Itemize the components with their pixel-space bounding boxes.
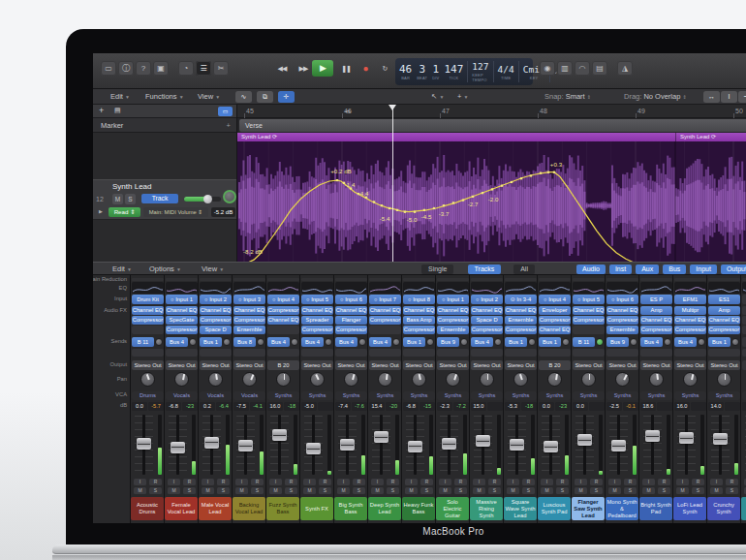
mute-button[interactable]: M xyxy=(473,487,485,494)
midi-transform-icon[interactable]: ✛ xyxy=(278,91,295,103)
send-knob[interactable] xyxy=(257,338,264,346)
drag-menu[interactable]: Drag: No Overlap ⇕ xyxy=(624,92,687,102)
solo-button[interactable]: S xyxy=(488,487,501,494)
volume-db-value[interactable]: 0.0 xyxy=(539,402,554,411)
audio-fx-slot[interactable]: Compressor xyxy=(200,316,232,325)
send-slot-empty[interactable] xyxy=(437,349,469,357)
forward-button[interactable]: ▶▶ xyxy=(295,60,312,77)
output-slot[interactable]: Stereo Out xyxy=(708,360,740,370)
playhead-handle[interactable] xyxy=(389,105,396,110)
mixer-strip[interactable]: ⊙ In 3-4Channel EQEnsembleCompressorBus … xyxy=(504,275,538,523)
volume-fader[interactable] xyxy=(639,413,673,477)
automation-point[interactable] xyxy=(553,171,555,173)
input-monitor-button[interactable]: I xyxy=(371,479,384,485)
input-slot[interactable]: ○ Input 3 xyxy=(233,295,265,304)
send-knob[interactable] xyxy=(325,338,332,346)
send-knob[interactable] xyxy=(596,338,604,346)
split-scissors-icon[interactable]: ✂ xyxy=(213,61,229,76)
record-enable-button[interactable]: R xyxy=(590,479,603,485)
pan-knob[interactable] xyxy=(581,372,596,387)
vca-group[interactable]: Synths xyxy=(640,391,672,400)
volume-fader[interactable] xyxy=(199,413,233,477)
audio-fx-slot[interactable]: Channel EQ xyxy=(437,306,469,315)
volume-fader[interactable] xyxy=(504,413,538,477)
volume-db-value[interactable]: 15.4 xyxy=(369,402,385,411)
eq-thumbnail[interactable] xyxy=(233,282,265,294)
pan-knob[interactable] xyxy=(378,372,392,387)
audio-fx-slot[interactable]: Channel EQ xyxy=(301,306,333,315)
vca-group[interactable]: Synths xyxy=(437,391,469,400)
input-monitor-button[interactable]: I xyxy=(439,479,451,485)
audio-fx-slot[interactable]: Space D xyxy=(471,316,503,325)
pan-knob[interactable] xyxy=(276,372,291,387)
mixer-strip[interactable]: ○ Input 6Channel EQFlangerCompressorBus … xyxy=(334,275,368,523)
audio-fx-slot[interactable]: Channel EQ xyxy=(200,306,232,315)
audio-fx-slot[interactable]: Compressor xyxy=(539,316,571,325)
output-slot[interactable]: Stereo Out xyxy=(674,360,706,370)
input-slot[interactable]: ○ Input 1 xyxy=(437,295,469,304)
solo-button[interactable]: S xyxy=(692,487,704,494)
eq-thumbnail[interactable] xyxy=(200,282,232,294)
solo-button[interactable]: S xyxy=(285,487,297,494)
volume-fader[interactable] xyxy=(606,413,639,477)
input-monitor-button[interactable]: I xyxy=(134,479,146,485)
vca-group[interactable]: Synths xyxy=(505,391,537,400)
fader-cap[interactable] xyxy=(476,435,490,447)
audio-fx-slot[interactable]: Channel EQ xyxy=(403,306,435,315)
eq-thumbnail[interactable] xyxy=(674,282,706,294)
output-slot[interactable]: Stereo Out xyxy=(301,360,333,370)
audio-fx-slot[interactable]: Channel EQ xyxy=(267,316,299,325)
automation-point[interactable] xyxy=(511,181,513,183)
automation-point[interactable] xyxy=(443,204,445,206)
volume-fader[interactable] xyxy=(741,413,746,477)
volume-db-value[interactable]: 0.0 xyxy=(573,402,588,411)
vca-group[interactable]: Synths xyxy=(708,391,740,400)
fader-cap[interactable] xyxy=(442,438,456,450)
audio-fx-slot[interactable]: SpecGate xyxy=(166,316,198,325)
eq-thumbnail[interactable] xyxy=(403,282,435,294)
automation-point[interactable] xyxy=(381,204,383,206)
mute-button[interactable]: M xyxy=(269,487,282,494)
automation-point[interactable] xyxy=(462,199,464,201)
send-slot-empty[interactable] xyxy=(132,349,164,357)
channel-name[interactable]: Solo Electric Guitar xyxy=(436,497,469,520)
track-automation-target-button[interactable]: Track xyxy=(141,194,178,203)
volume-fader[interactable] xyxy=(131,413,165,477)
audio-fx-slot[interactable]: Spreader xyxy=(301,316,333,325)
send-knob[interactable] xyxy=(291,338,298,346)
fader-cap[interactable] xyxy=(510,439,524,451)
disclosure-triangle-icon[interactable]: ▶ xyxy=(99,208,103,214)
count-in-icon[interactable]: ◔ xyxy=(178,61,194,76)
audio-fx-slot[interactable] xyxy=(132,326,164,334)
vca-group[interactable]: Vocals xyxy=(200,391,232,400)
fader-cap[interactable] xyxy=(272,429,287,441)
vca-group[interactable]: Synths xyxy=(301,391,333,400)
record-enable-button[interactable]: R xyxy=(353,479,365,485)
audio-fx-slot[interactable]: Amp xyxy=(640,306,672,315)
send-slot[interactable]: Bus 8 xyxy=(233,337,256,347)
mixer-view-tracks[interactable]: Tracks xyxy=(468,264,502,274)
volume-db-value[interactable]: 16.0 xyxy=(674,402,690,411)
channel-name[interactable]: Massive Rising Synth xyxy=(470,497,503,520)
input-monitor-button[interactable]: I xyxy=(541,479,553,485)
send-slot[interactable]: B 11 xyxy=(573,337,595,347)
output-slot[interactable] xyxy=(742,360,746,370)
volume-fader[interactable] xyxy=(707,413,741,477)
fader-cap[interactable] xyxy=(374,431,389,443)
pan-knob[interactable] xyxy=(412,372,426,387)
audio-fx-slot[interactable]: Channel EQ xyxy=(606,306,638,315)
record-enable-button[interactable]: R xyxy=(183,479,196,485)
input-monitor-button[interactable]: I xyxy=(269,479,282,485)
input-slot[interactable]: ○ Input 1 xyxy=(166,295,198,304)
send-slot-empty[interactable] xyxy=(166,349,198,357)
send-slot[interactable]: Bus 4 xyxy=(267,337,290,347)
input-slot[interactable]: ○ Input 2 xyxy=(471,295,503,304)
output-slot[interactable]: Stereo Out xyxy=(640,360,672,370)
toolbar-toggle-icon[interactable]: ▣ xyxy=(153,61,169,76)
send-slot[interactable]: Bus 1 xyxy=(505,337,527,347)
region-body[interactable]: +0.2 dB-1.4-4.4-5.4-5.0-4.5-3.7-2.7-2.0+… xyxy=(237,141,746,262)
solo-button[interactable]: S xyxy=(387,487,399,494)
mute-button[interactable]: M xyxy=(112,194,123,204)
send-slot-empty[interactable] xyxy=(640,349,672,357)
solo-button[interactable]: S xyxy=(590,487,603,494)
